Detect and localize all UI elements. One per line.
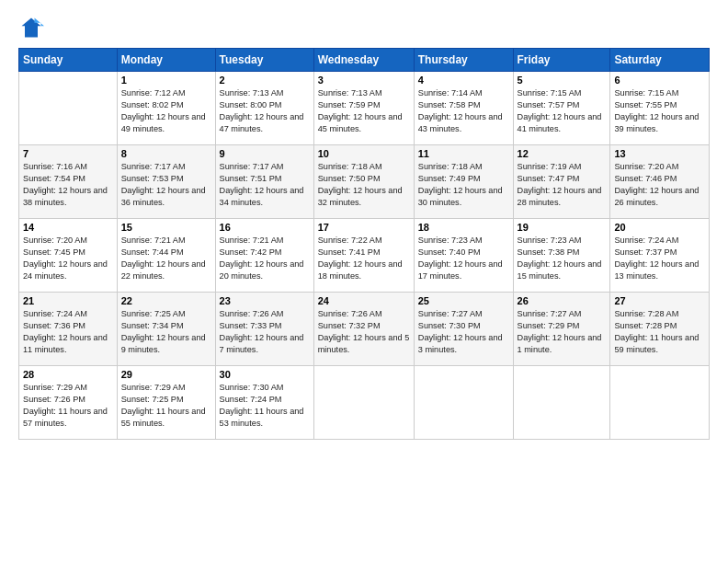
calendar-cell: 26Sunrise: 7:27 AM Sunset: 7:29 PM Dayli… (513, 293, 610, 366)
day-info: Sunrise: 7:19 AM Sunset: 7:47 PM Dayligh… (518, 161, 607, 209)
day-info: Sunrise: 7:26 AM Sunset: 7:33 PM Dayligh… (220, 308, 310, 356)
day-number: 4 (418, 75, 509, 86)
day-info: Sunrise: 7:24 AM Sunset: 7:36 PM Dayligh… (23, 308, 113, 356)
day-number: 8 (121, 148, 211, 159)
calendar-cell: 29Sunrise: 7:29 AM Sunset: 7:25 PM Dayli… (117, 366, 215, 440)
day-number: 29 (121, 369, 211, 380)
day-number: 14 (23, 222, 113, 233)
day-info: Sunrise: 7:17 AM Sunset: 7:51 PM Dayligh… (220, 161, 310, 209)
logo-icon (18, 15, 44, 40)
day-info: Sunrise: 7:24 AM Sunset: 7:37 PM Dayligh… (614, 235, 705, 282)
day-info: Sunrise: 7:29 AM Sunset: 7:25 PM Dayligh… (121, 382, 211, 430)
day-number: 13 (614, 148, 705, 159)
calendar-table: SundayMondayTuesdayWednesdayThursdayFrid… (18, 48, 710, 440)
day-number: 28 (23, 369, 113, 380)
week-row-4: 21Sunrise: 7:24 AM Sunset: 7:36 PM Dayli… (19, 293, 710, 366)
day-number: 10 (318, 148, 410, 159)
weekday-header-thursday: Thursday (414, 49, 513, 72)
day-number: 2 (220, 75, 310, 86)
calendar-cell: 7Sunrise: 7:16 AM Sunset: 7:54 PM Daylig… (19, 145, 118, 219)
day-info: Sunrise: 7:18 AM Sunset: 7:49 PM Dayligh… (418, 161, 509, 209)
day-info: Sunrise: 7:29 AM Sunset: 7:26 PM Dayligh… (23, 382, 113, 430)
calendar-cell: 19Sunrise: 7:23 AM Sunset: 7:38 PM Dayli… (513, 219, 610, 293)
calendar-cell (19, 72, 118, 145)
day-info: Sunrise: 7:13 AM Sunset: 8:00 PM Dayligh… (220, 87, 310, 135)
day-number: 1 (121, 75, 211, 86)
calendar-cell: 2Sunrise: 7:13 AM Sunset: 8:00 PM Daylig… (215, 72, 313, 145)
day-number: 18 (418, 222, 509, 233)
weekday-header-wednesday: Wednesday (313, 49, 414, 72)
day-info: Sunrise: 7:23 AM Sunset: 7:40 PM Dayligh… (418, 235, 509, 282)
day-info: Sunrise: 7:25 AM Sunset: 7:34 PM Dayligh… (121, 308, 211, 356)
day-info: Sunrise: 7:21 AM Sunset: 7:42 PM Dayligh… (220, 235, 310, 282)
day-info: Sunrise: 7:21 AM Sunset: 7:44 PM Dayligh… (121, 235, 211, 282)
calendar-cell: 22Sunrise: 7:25 AM Sunset: 7:34 PM Dayli… (117, 293, 215, 366)
day-number: 6 (614, 75, 705, 86)
day-info: Sunrise: 7:26 AM Sunset: 7:32 PM Dayligh… (318, 308, 410, 356)
calendar-cell: 4Sunrise: 7:14 AM Sunset: 7:58 PM Daylig… (414, 72, 513, 145)
calendar-cell: 3Sunrise: 7:13 AM Sunset: 7:59 PM Daylig… (313, 72, 414, 145)
day-info: Sunrise: 7:20 AM Sunset: 7:45 PM Dayligh… (23, 235, 113, 282)
logo (18, 15, 48, 40)
day-info: Sunrise: 7:27 AM Sunset: 7:30 PM Dayligh… (418, 308, 509, 356)
calendar-cell: 5Sunrise: 7:15 AM Sunset: 7:57 PM Daylig… (513, 72, 610, 145)
day-info: Sunrise: 7:30 AM Sunset: 7:24 PM Dayligh… (220, 382, 310, 430)
page: SundayMondayTuesdayWednesdayThursdayFrid… (0, 0, 728, 563)
calendar-cell: 1Sunrise: 7:12 AM Sunset: 8:02 PM Daylig… (117, 72, 215, 145)
day-number: 19 (518, 222, 607, 233)
weekday-header-friday: Friday (513, 49, 610, 72)
day-info: Sunrise: 7:22 AM Sunset: 7:41 PM Dayligh… (318, 235, 410, 282)
day-number: 25 (418, 295, 509, 306)
calendar-cell (513, 366, 610, 440)
calendar-cell: 8Sunrise: 7:17 AM Sunset: 7:53 PM Daylig… (117, 145, 215, 219)
calendar-cell: 6Sunrise: 7:15 AM Sunset: 7:55 PM Daylig… (610, 72, 710, 145)
day-number: 3 (318, 75, 410, 86)
weekday-header-row: SundayMondayTuesdayWednesdayThursdayFrid… (19, 49, 710, 72)
calendar-cell: 27Sunrise: 7:28 AM Sunset: 7:28 PM Dayli… (610, 293, 710, 366)
calendar-cell: 13Sunrise: 7:20 AM Sunset: 7:46 PM Dayli… (610, 145, 710, 219)
day-number: 22 (121, 295, 211, 306)
day-info: Sunrise: 7:27 AM Sunset: 7:29 PM Dayligh… (518, 308, 607, 356)
calendar-cell: 25Sunrise: 7:27 AM Sunset: 7:30 PM Dayli… (414, 293, 513, 366)
calendar-cell: 18Sunrise: 7:23 AM Sunset: 7:40 PM Dayli… (414, 219, 513, 293)
day-number: 20 (614, 222, 705, 233)
day-number: 24 (318, 295, 410, 306)
day-number: 17 (318, 222, 410, 233)
day-number: 21 (23, 295, 113, 306)
calendar-cell: 9Sunrise: 7:17 AM Sunset: 7:51 PM Daylig… (215, 145, 313, 219)
calendar-cell: 17Sunrise: 7:22 AM Sunset: 7:41 PM Dayli… (313, 219, 414, 293)
day-number: 30 (220, 369, 310, 380)
week-row-3: 14Sunrise: 7:20 AM Sunset: 7:45 PM Dayli… (19, 219, 710, 293)
week-row-1: 1Sunrise: 7:12 AM Sunset: 8:02 PM Daylig… (19, 72, 710, 145)
day-number: 16 (220, 222, 310, 233)
day-info: Sunrise: 7:20 AM Sunset: 7:46 PM Dayligh… (614, 161, 705, 209)
day-number: 5 (518, 75, 607, 86)
day-info: Sunrise: 7:12 AM Sunset: 8:02 PM Dayligh… (121, 87, 211, 135)
calendar-cell (414, 366, 513, 440)
day-number: 26 (518, 295, 607, 306)
day-info: Sunrise: 7:15 AM Sunset: 7:57 PM Dayligh… (518, 87, 607, 135)
day-number: 11 (418, 148, 509, 159)
calendar-cell: 11Sunrise: 7:18 AM Sunset: 7:49 PM Dayli… (414, 145, 513, 219)
calendar-cell: 10Sunrise: 7:18 AM Sunset: 7:50 PM Dayli… (313, 145, 414, 219)
calendar-cell (610, 366, 710, 440)
day-number: 12 (518, 148, 607, 159)
calendar-cell: 23Sunrise: 7:26 AM Sunset: 7:33 PM Dayli… (215, 293, 313, 366)
day-number: 23 (220, 295, 310, 306)
calendar-cell: 16Sunrise: 7:21 AM Sunset: 7:42 PM Dayli… (215, 219, 313, 293)
calendar-cell: 30Sunrise: 7:30 AM Sunset: 7:24 PM Dayli… (215, 366, 313, 440)
calendar-cell: 24Sunrise: 7:26 AM Sunset: 7:32 PM Dayli… (313, 293, 414, 366)
weekday-header-tuesday: Tuesday (215, 49, 313, 72)
day-info: Sunrise: 7:15 AM Sunset: 7:55 PM Dayligh… (614, 87, 705, 135)
calendar-cell: 15Sunrise: 7:21 AM Sunset: 7:44 PM Dayli… (117, 219, 215, 293)
calendar-cell: 21Sunrise: 7:24 AM Sunset: 7:36 PM Dayli… (19, 293, 118, 366)
day-info: Sunrise: 7:13 AM Sunset: 7:59 PM Dayligh… (318, 87, 410, 135)
calendar-cell: 14Sunrise: 7:20 AM Sunset: 7:45 PM Dayli… (19, 219, 118, 293)
day-info: Sunrise: 7:16 AM Sunset: 7:54 PM Dayligh… (23, 161, 113, 209)
day-info: Sunrise: 7:17 AM Sunset: 7:53 PM Dayligh… (121, 161, 211, 209)
day-number: 27 (614, 295, 705, 306)
calendar-cell (313, 366, 414, 440)
day-info: Sunrise: 7:23 AM Sunset: 7:38 PM Dayligh… (518, 235, 607, 282)
day-number: 9 (220, 148, 310, 159)
svg-marker-0 (22, 18, 41, 38)
